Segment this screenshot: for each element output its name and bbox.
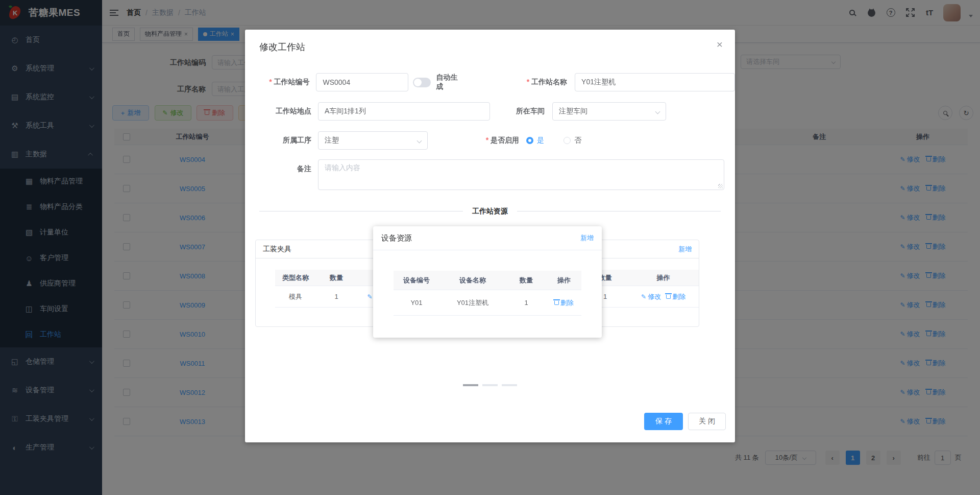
station-name-label: 工作站名称 — [496, 78, 567, 87]
close-icon[interactable]: × — [717, 39, 723, 50]
resize-grip-icon[interactable] — [718, 184, 723, 188]
station-code-input[interactable] — [316, 73, 408, 91]
process-select[interactable]: 注塑 — [318, 131, 428, 150]
carousel-indicators — [245, 384, 735, 386]
auto-generate-toggle[interactable] — [413, 78, 431, 87]
carousel-indicator[interactable] — [463, 384, 478, 386]
right-panel-edit-link[interactable]: ✎修改 — [641, 292, 661, 301]
right-panel-add-link[interactable]: 新增 — [678, 245, 692, 254]
workshop-select[interactable]: 注塑车间 — [552, 102, 666, 121]
device-popup-title: 设备资源 — [381, 233, 412, 243]
resources-divider: 工作站资源 — [245, 206, 735, 216]
dialog-title: 修改工作站 — [259, 41, 305, 53]
radio-icon — [564, 137, 571, 144]
station-name-input[interactable] — [575, 73, 735, 91]
device-table-row: Y01 Y01注塑机 1 删除 — [394, 290, 581, 316]
station-location-input[interactable] — [318, 102, 490, 121]
close-button[interactable]: 关 闭 — [688, 413, 726, 430]
station-location-label: 工作站地点 — [245, 107, 311, 116]
device-delete-link[interactable]: 删除 — [554, 298, 574, 308]
carousel-indicator[interactable] — [482, 384, 498, 386]
remark-textarea[interactable] — [318, 159, 724, 190]
enabled-no-radio[interactable]: 否 — [564, 136, 581, 145]
station-code-label: 工作站编号 — [245, 78, 309, 87]
device-add-link[interactable]: 新增 — [580, 233, 594, 243]
chevron-down-icon — [417, 138, 422, 143]
radio-icon — [526, 137, 533, 144]
enabled-label: 是否启用 — [446, 136, 519, 145]
process-label: 所属工序 — [245, 136, 311, 145]
trash-icon — [666, 295, 671, 299]
pencil-icon: ✎ — [367, 293, 372, 300]
save-button[interactable]: 保 存 — [644, 413, 683, 430]
fixture-panel-title: 工装夹具 — [263, 245, 291, 254]
chevron-down-icon — [655, 109, 660, 114]
device-table-header: 设备编号 设备名称 数量 操作 — [394, 271, 581, 290]
carousel-indicator[interactable] — [502, 384, 517, 386]
device-resource-popup: 设备资源 新增 设备编号 设备名称 数量 操作 Y01 Y01注塑机 1 删除 — [373, 226, 602, 338]
enabled-yes-radio[interactable]: 是 — [526, 136, 544, 145]
remark-label: 备注 — [245, 159, 311, 178]
right-panel-delete-link[interactable]: 删除 — [666, 292, 685, 301]
pencil-icon: ✎ — [641, 293, 646, 300]
trash-icon — [554, 301, 559, 305]
auto-generate-label: 自动生成 — [436, 73, 463, 91]
workshop-label: 所在车间 — [471, 107, 545, 116]
